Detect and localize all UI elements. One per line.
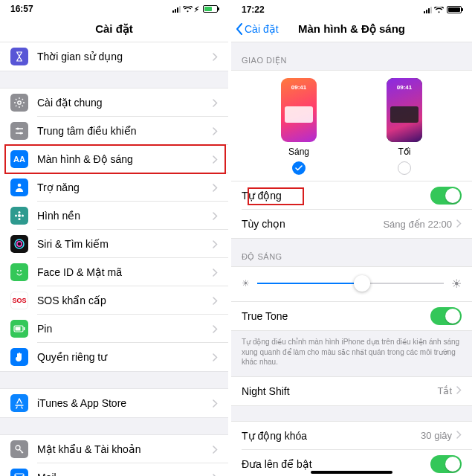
- section-gap: [0, 71, 228, 89]
- settings-row-person[interactable]: Trợ năng: [0, 173, 228, 202]
- auto-lock-label: Tự động khóa: [242, 430, 421, 442]
- flower-icon: [10, 207, 28, 225]
- chevron-right-icon: [213, 240, 218, 248]
- back-label: Cài đặt: [245, 23, 279, 35]
- wifi-icon: [183, 6, 192, 13]
- night-shift-row[interactable]: Night Shift Tắt: [231, 377, 472, 405]
- status-time: 17:22: [242, 4, 265, 15]
- gear-icon: [10, 94, 28, 112]
- auto-lock-value: 30 giây: [421, 430, 452, 441]
- chevron-right-icon: [456, 385, 462, 396]
- true-tone-row: True Tone: [231, 302, 472, 330]
- chevron-right-icon: [213, 127, 218, 135]
- settings-row-siri[interactable]: Siri & Tìm kiếm: [0, 230, 228, 258]
- chevron-right-icon: [213, 353, 218, 361]
- settings-row-sos[interactable]: SOSSOS khẩn cấp: [0, 286, 228, 315]
- chevron-right-icon: [213, 53, 218, 61]
- options-row[interactable]: Tùy chọn Sáng đến 22:00: [231, 210, 472, 238]
- status-indicators: ⚡︎: [172, 5, 218, 13]
- svg-point-12: [20, 270, 22, 271]
- raise-to-wake-toggle[interactable]: [430, 455, 462, 473]
- row-label: iTunes & App Store: [37, 397, 213, 409]
- row-label: Quyền riêng tư: [37, 351, 213, 363]
- chevron-right-icon: [213, 184, 218, 192]
- sun-min-icon: ☀︎: [242, 278, 250, 289]
- row-label: Cài đặt chung: [37, 97, 213, 109]
- chevron-right-icon: [213, 297, 218, 305]
- person-icon: [10, 178, 28, 196]
- face-icon: [10, 263, 28, 281]
- aa-icon: AA: [10, 150, 28, 168]
- back-button[interactable]: Cài đặt: [236, 23, 279, 35]
- chevron-right-icon: [213, 325, 218, 333]
- chevron-right-icon: [213, 99, 218, 107]
- appstore-icon: [10, 394, 28, 412]
- settings-row-hourglass[interactable]: Thời gian sử dụng: [0, 42, 228, 71]
- chevron-right-icon: [213, 155, 218, 164]
- settings-row-sliders[interactable]: Trung tâm điều khiển: [0, 117, 228, 145]
- dark-label: Tối: [398, 147, 411, 157]
- row-label: Màn hình & Độ sáng: [37, 153, 213, 165]
- siri-icon: [10, 235, 28, 253]
- page-title: Cài đặt: [95, 22, 133, 36]
- settings-row-gear[interactable]: Cài đặt chung: [0, 89, 228, 117]
- svg-point-5: [19, 211, 21, 213]
- row-label: Mail: [37, 472, 213, 476]
- raise-to-wake-label: Đưa lên để bật: [242, 458, 430, 470]
- settings-row-battery[interactable]: Pin: [0, 315, 228, 343]
- brightness-slider-row: ☀︎ ☀︎: [231, 267, 472, 301]
- svg-rect-15: [16, 327, 21, 331]
- light-preview: 09:41: [281, 78, 317, 142]
- row-label: Mật khẩu & Tài khoản: [37, 443, 213, 455]
- light-label: Sáng: [288, 147, 309, 157]
- settings-row-aa[interactable]: AAMàn hình & Độ sáng: [0, 145, 228, 173]
- slider-thumb[interactable]: [354, 275, 370, 292]
- row-label: Trợ năng: [37, 181, 213, 193]
- section-gap: [0, 371, 228, 389]
- settings-row-face[interactable]: Face ID & Mật mã: [0, 258, 228, 286]
- cell-signal-icon: [424, 7, 432, 13]
- row-label: Siri & Tìm kiếm: [37, 238, 213, 250]
- chevron-right-icon: [213, 212, 218, 220]
- sos-icon: SOS: [10, 292, 28, 309]
- section-header-brightness: ĐỘ SÁNG: [231, 239, 472, 266]
- settings-row-appstore[interactable]: iTunes & App Store: [0, 389, 228, 417]
- appearance-option-light[interactable]: 09:41 Sáng: [281, 78, 317, 175]
- row-label: SOS khẩn cấp: [37, 295, 213, 306]
- settings-row-key[interactable]: Mật khẩu & Tài khoản: [0, 435, 228, 463]
- settings-row-hand[interactable]: Quyền riêng tư: [0, 343, 228, 371]
- settings-screen: 16:57 ⚡︎ Cài đặt Thời gian sử dụngCài đặ…: [0, 0, 231, 476]
- status-indicators: [424, 6, 462, 13]
- auto-lock-row[interactable]: Tự động khóa 30 giây: [231, 422, 472, 450]
- settings-row-mail[interactable]: Mail: [0, 463, 228, 476]
- settings-row-flower[interactable]: Hình nền: [0, 202, 228, 230]
- brightness-slider[interactable]: [257, 276, 444, 291]
- appearance-option-dark[interactable]: 09:41 Tối: [387, 78, 422, 175]
- true-tone-label: True Tone: [242, 310, 430, 322]
- battery-icon: [203, 5, 218, 13]
- chevron-right-icon: [456, 219, 462, 230]
- auto-label: Tự động: [242, 190, 430, 202]
- hand-icon: [10, 348, 28, 366]
- wifi-icon: [434, 7, 443, 13]
- svg-point-1: [16, 127, 19, 129]
- svg-point-8: [22, 215, 24, 217]
- svg-point-6: [19, 218, 21, 220]
- auto-toggle[interactable]: [430, 187, 462, 205]
- row-label: Thời gian sử dụng: [37, 51, 213, 62]
- display-brightness-screen: 17:22 Cài đặt Màn hình & Độ sáng GIAO DI…: [231, 0, 472, 476]
- appearance-picker: 09:41 Sáng 09:41 Tối: [231, 71, 472, 181]
- status-time: 16:57: [10, 4, 33, 14]
- options-label: Tùy chọn: [242, 218, 383, 230]
- hourglass-icon: [10, 48, 28, 65]
- cell-signal-icon: [172, 6, 181, 13]
- true-tone-toggle[interactable]: [430, 307, 462, 325]
- settings-list: Thời gian sử dụngCài đặt chungTrung tâm …: [0, 42, 228, 476]
- key-icon: [10, 440, 28, 458]
- chevron-right-icon: [456, 430, 462, 441]
- chevron-left-icon: [236, 23, 243, 35]
- home-indicator: [311, 471, 392, 474]
- battery-icon: [10, 320, 28, 338]
- svg-point-3: [18, 184, 22, 187]
- svg-point-10: [17, 242, 22, 246]
